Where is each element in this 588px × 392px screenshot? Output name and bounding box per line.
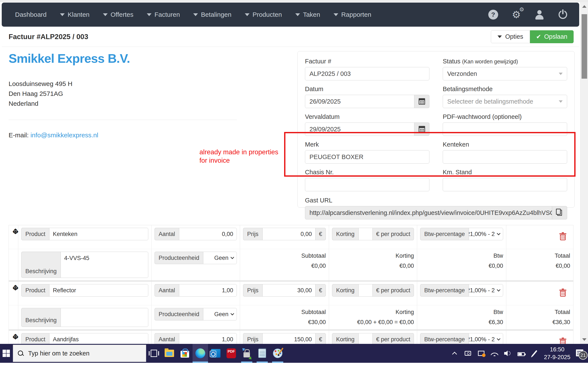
page-title: Factuur #ALP2025 / 003 xyxy=(8,33,88,41)
producteenheid-select[interactable]: Geen xyxy=(203,308,237,320)
km-stand-input[interactable] xyxy=(443,178,567,191)
check-icon: ✔ xyxy=(536,33,541,40)
wifi-button[interactable] xyxy=(491,350,498,357)
prijs-input[interactable]: 0,00 xyxy=(262,228,316,240)
address-line: Den Haag 2571AG xyxy=(8,89,245,99)
product-input[interactable]: Reflector xyxy=(49,284,148,296)
chevron-down-icon xyxy=(497,337,500,341)
select-caret-icon xyxy=(559,73,563,75)
korting-input[interactable] xyxy=(358,284,373,296)
aantal-input[interactable]: 1,00 xyxy=(179,284,237,296)
factuur-nummer-input[interactable]: ALP2025 / 003 xyxy=(305,67,430,80)
notification-badge: 21 xyxy=(578,351,588,360)
nav-item-taken[interactable]: Taken xyxy=(295,11,320,18)
vervaldatum-calendar-button[interactable] xyxy=(414,122,430,136)
taskbar-search-input[interactable]: Typ hier om te zoeken xyxy=(13,345,146,362)
btw-select[interactable]: 21,00% - 2 xyxy=(469,228,503,240)
battery-button[interactable] xyxy=(517,350,525,357)
edge-browser-button[interactable] xyxy=(192,344,208,363)
running-indicator xyxy=(256,362,268,363)
arrow-up-icon xyxy=(582,5,586,8)
btw-label: Btw-percentage xyxy=(420,228,469,240)
running-indicator xyxy=(192,362,208,363)
options-button[interactable]: Opties xyxy=(491,30,530,43)
nav-label: Klanten xyxy=(68,11,90,18)
meet-now-button[interactable] xyxy=(464,350,472,357)
korting-input[interactable] xyxy=(358,228,373,240)
producteenheid-select[interactable]: Geen xyxy=(203,252,237,264)
betalingsmethode-select[interactable]: Selecteer de betalingsmethode xyxy=(443,95,567,108)
vervaldatum-input[interactable]: 29/09/2025 xyxy=(305,122,414,136)
scrollbar-thumb[interactable] xyxy=(582,14,587,79)
prijs-cell: Prijs30,00€ xyxy=(240,282,329,305)
search-icon xyxy=(18,350,24,356)
pdf-app-button[interactable]: PDF xyxy=(224,344,239,363)
logout-power-icon[interactable] xyxy=(558,10,568,19)
windows-logo-icon xyxy=(2,350,10,357)
volume-button[interactable] xyxy=(504,350,512,357)
prijs-label: Prijs xyxy=(243,228,262,240)
clock-time: 16:50 xyxy=(544,346,570,353)
page: Dashboard Klanten Offertes Facturen Beta… xyxy=(0,0,588,392)
microsoft-store-button[interactable] xyxy=(177,344,192,363)
help-icon[interactable]: ? xyxy=(488,10,498,20)
producteenheid-label: Producteenheid xyxy=(154,252,203,264)
file-explorer-button[interactable] xyxy=(162,344,177,363)
prijs-input[interactable]: 30,00 xyxy=(262,284,316,296)
notepad-button[interactable] xyxy=(254,344,270,363)
aantal-input[interactable]: 0,00 xyxy=(179,228,237,240)
nav-label: Facturen xyxy=(154,11,180,18)
company-name: Smikkel Express B.V. xyxy=(8,51,245,66)
nav-item-rapporten[interactable]: Rapporten xyxy=(334,11,371,18)
beschrijving-textarea[interactable] xyxy=(60,308,148,327)
btw-cell: Btw-percentage21,00% - 2 xyxy=(417,225,506,249)
datum-calendar-button[interactable] xyxy=(414,95,430,108)
winscp-button[interactable] xyxy=(239,344,254,363)
monitor-sync-icon xyxy=(478,351,484,356)
outlook-button[interactable] xyxy=(208,344,224,363)
beschrijving-textarea[interactable]: 4-VVS-45 xyxy=(60,252,148,278)
copy-url-button[interactable] xyxy=(552,206,567,220)
nav-item-offertes[interactable]: Offertes xyxy=(103,11,134,18)
nav-item-betalingen[interactable]: Betalingen xyxy=(193,11,232,18)
header-buttons: Opties ✔ Opslaan xyxy=(491,30,574,43)
delete-row-icon[interactable] xyxy=(560,234,566,240)
nav-item-klanten[interactable]: Klanten xyxy=(60,11,90,18)
camera-icon xyxy=(465,351,471,356)
kenteken-input[interactable] xyxy=(443,150,567,164)
taskbar-clock[interactable]: 16:50 27-9-2025 xyxy=(544,346,570,361)
datum-input[interactable]: 26/09/2025 xyxy=(305,95,414,108)
email-link[interactable]: info@smikkelexpress.nl xyxy=(30,132,98,138)
scroll-up-button[interactable] xyxy=(580,2,588,11)
start-button[interactable] xyxy=(0,344,12,363)
clock-date: 27-9-2025 xyxy=(544,353,570,361)
chasis-nr-input[interactable] xyxy=(305,178,430,191)
nav-item-facturen[interactable]: Facturen xyxy=(147,11,180,18)
paint-button[interactable] xyxy=(270,344,286,363)
btw-sum-cell: Btw€6,30 xyxy=(417,306,506,330)
nav-item-producten[interactable]: Producten xyxy=(245,11,282,18)
bottom-white-strip xyxy=(0,363,588,392)
pen-settings-button[interactable] xyxy=(530,350,538,357)
status-select[interactable]: Verzonden xyxy=(443,67,567,80)
save-button[interactable]: ✔ Opslaan xyxy=(530,30,574,43)
settings-gears-icon[interactable]: ⚙⚙ xyxy=(512,9,521,20)
scroll-down-button[interactable] xyxy=(580,335,588,344)
pdf-wachtwoord-input[interactable] xyxy=(443,122,567,136)
task-view-button[interactable] xyxy=(146,344,162,363)
dropdown-caret-icon xyxy=(60,13,65,16)
delete-row-icon[interactable] xyxy=(560,290,566,296)
show-hidden-icons-button[interactable] xyxy=(451,350,458,357)
product-input[interactable]: Kenteken xyxy=(49,228,148,240)
btw-select[interactable]: 21,00% - 2 xyxy=(469,284,503,296)
gast-url-input[interactable]: http://alpcarsdienstverlening.nl/index.p… xyxy=(305,206,552,220)
dropdown-caret-icon xyxy=(295,13,300,16)
nav-item-dashboard[interactable]: Dashboard xyxy=(15,11,47,18)
calendar-icon xyxy=(419,98,425,105)
user-icon[interactable] xyxy=(534,10,544,20)
running-indicator xyxy=(241,362,252,363)
merk-input[interactable]: PEUGEOT BOXER xyxy=(305,150,430,164)
subtotaal-cell: Subtotaal€0,00 xyxy=(240,249,329,280)
sync-status-button[interactable] xyxy=(477,350,485,357)
action-center-button[interactable]: 21 xyxy=(576,349,584,358)
